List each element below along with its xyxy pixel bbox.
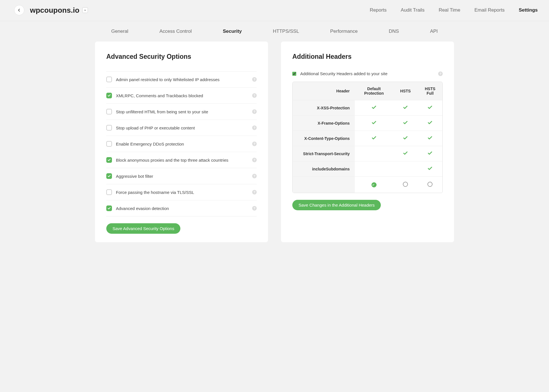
help-icon[interactable]: ? bbox=[252, 190, 257, 194]
headers-card: Additional Headers Additional Security H… bbox=[281, 42, 454, 242]
subnav-item-security[interactable]: Security bbox=[223, 29, 242, 34]
topnav-item-real-time[interactable]: Real Time bbox=[439, 7, 461, 13]
site-dropdown-toggle[interactable] bbox=[82, 7, 88, 13]
security-option-row: Aggressive bot filter? bbox=[106, 168, 257, 184]
topnav-item-settings[interactable]: Settings bbox=[519, 7, 538, 13]
subnav: GeneralAccess ControlSecurityHTTPS/SSLPe… bbox=[0, 21, 549, 42]
security-option-label: Admin panel restricted to only Whitelist… bbox=[116, 77, 252, 82]
headers-cell bbox=[393, 116, 418, 131]
security-option-row: Advanced evasion detection? bbox=[106, 200, 257, 216]
arrow-left-icon bbox=[17, 8, 21, 12]
check-icon bbox=[402, 122, 408, 126]
headers-row-label bbox=[293, 177, 355, 193]
help-icon[interactable]: ? bbox=[252, 93, 257, 98]
security-option-label: Block anonymous proxies and the top thre… bbox=[116, 158, 252, 163]
subnav-item-performance[interactable]: Performance bbox=[330, 29, 358, 34]
security-option-label: Stop upload of PHP or executable content bbox=[116, 125, 252, 130]
save-security-button[interactable]: Save Advanced Security Options bbox=[106, 223, 180, 234]
security-option-label: XMLRPC, Comments and Trackbacks blocked bbox=[116, 93, 252, 98]
security-card: Advanced Security Options Admin panel re… bbox=[95, 42, 268, 242]
security-option-row: Block anonymous proxies and the top thre… bbox=[106, 152, 257, 168]
topbar: wpcoupons.io ReportsAudit TrailsReal Tim… bbox=[0, 0, 549, 21]
help-icon[interactable]: ? bbox=[252, 158, 257, 162]
subnav-item-api[interactable]: API bbox=[430, 29, 438, 34]
security-option-checkbox[interactable] bbox=[106, 125, 112, 131]
headers-column-header: Header bbox=[293, 82, 355, 100]
security-option-checkbox[interactable] bbox=[106, 173, 112, 179]
security-option-label: Enable Emergency DDoS protection bbox=[116, 142, 252, 146]
headers-column-header: DefaultProtection bbox=[355, 82, 393, 100]
security-title: Advanced Security Options bbox=[106, 53, 257, 60]
headers-cell bbox=[418, 100, 442, 116]
security-option-checkbox[interactable] bbox=[106, 205, 112, 211]
subnav-item-https-ssl[interactable]: HTTPS/SSL bbox=[273, 29, 299, 34]
headers-cell bbox=[393, 161, 418, 177]
headers-cell bbox=[418, 131, 442, 146]
site-title: wpcoupons.io bbox=[30, 6, 79, 15]
topnav-item-reports[interactable]: Reports bbox=[370, 7, 387, 13]
headers-cell bbox=[418, 161, 442, 177]
security-option-label: Aggressive bot filter bbox=[116, 174, 252, 179]
headers-cell bbox=[393, 146, 418, 161]
check-icon bbox=[402, 106, 408, 111]
help-icon[interactable]: ? bbox=[252, 206, 257, 211]
security-option-label: Stop unfiltered HTML from being sent to … bbox=[116, 109, 252, 114]
headers-cell bbox=[355, 116, 393, 131]
help-icon[interactable]: ? bbox=[252, 174, 257, 178]
subnav-item-general[interactable]: General bbox=[111, 29, 128, 34]
security-option-row: Stop unfiltered HTML from being sent to … bbox=[106, 103, 257, 120]
headers-radio-cell bbox=[355, 177, 393, 193]
security-option-checkbox[interactable] bbox=[106, 77, 112, 82]
security-option-checkbox[interactable] bbox=[106, 189, 112, 195]
help-icon[interactable]: ? bbox=[252, 77, 257, 82]
check-icon bbox=[427, 137, 433, 141]
security-option-label: Advanced evasion detection bbox=[116, 206, 252, 211]
help-icon[interactable]: ? bbox=[252, 125, 257, 130]
check-icon bbox=[402, 152, 408, 157]
help-icon[interactable]: ? bbox=[438, 72, 443, 76]
security-option-row: XMLRPC, Comments and Trackbacks blocked? bbox=[106, 87, 257, 103]
headers-cell bbox=[355, 131, 393, 146]
security-option-row: Admin panel restricted to only Whitelist… bbox=[106, 71, 257, 87]
check-icon bbox=[427, 106, 433, 111]
headers-row-label: X-Content-Type-Options bbox=[293, 131, 355, 146]
headers-radio-cell bbox=[393, 177, 418, 193]
headers-title: Additional Headers bbox=[292, 53, 443, 60]
headers-radio-cell bbox=[418, 177, 442, 193]
headers-column-radio[interactable] bbox=[403, 182, 408, 187]
check-icon bbox=[427, 152, 433, 157]
check-icon bbox=[371, 122, 377, 126]
security-option-checkbox[interactable] bbox=[106, 141, 112, 147]
check-icon bbox=[371, 106, 377, 111]
headers-table: HeaderDefaultProtectionHSTSHSTSFullX-XSS… bbox=[292, 82, 443, 193]
headers-column-radio[interactable] bbox=[371, 182, 377, 187]
save-headers-button[interactable]: Save Changes in the Additional Headers bbox=[292, 200, 381, 210]
security-option-row: Stop upload of PHP or executable content… bbox=[106, 120, 257, 136]
headers-column-header: HSTS bbox=[393, 82, 418, 100]
topnav-item-audit-trails[interactable]: Audit Trails bbox=[401, 7, 425, 13]
subnav-item-access-control[interactable]: Access Control bbox=[159, 29, 192, 34]
headers-toggle-checkbox[interactable] bbox=[292, 72, 296, 76]
security-option-checkbox[interactable] bbox=[106, 157, 112, 163]
headers-column-radio[interactable] bbox=[427, 182, 433, 187]
headers-toggle-label: Additional Security Headers added to you… bbox=[300, 71, 438, 76]
headers-cell bbox=[418, 116, 442, 131]
headers-cell bbox=[355, 100, 393, 116]
help-icon[interactable]: ? bbox=[252, 109, 257, 114]
topnav-item-email-reports[interactable]: Email Reports bbox=[474, 7, 505, 13]
headers-cell bbox=[418, 146, 442, 161]
headers-row-label: X-Frame-Options bbox=[293, 116, 355, 131]
chevron-down-icon bbox=[84, 9, 86, 11]
headers-column-header: HSTSFull bbox=[418, 82, 442, 100]
check-icon bbox=[427, 167, 433, 172]
back-button[interactable] bbox=[14, 5, 24, 15]
headers-toggle-row: Additional Security Headers added to you… bbox=[292, 71, 443, 76]
security-option-label: Force passing the hostname via TLS/SSL bbox=[116, 190, 252, 195]
check-icon bbox=[371, 137, 377, 141]
subnav-item-dns[interactable]: DNS bbox=[389, 29, 399, 34]
security-option-checkbox[interactable] bbox=[106, 109, 112, 114]
security-option-checkbox[interactable] bbox=[106, 93, 112, 98]
check-icon bbox=[427, 122, 433, 126]
topnav: ReportsAudit TrailsReal TimeEmail Report… bbox=[370, 7, 538, 13]
help-icon[interactable]: ? bbox=[252, 142, 257, 146]
